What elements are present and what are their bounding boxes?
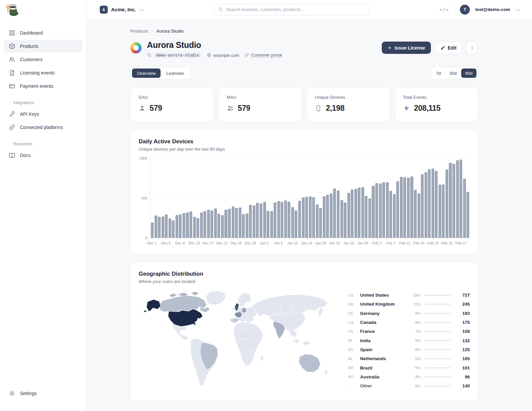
bar bbox=[281, 202, 283, 238]
sidebar-item-label: Dashboard bbox=[20, 30, 43, 36]
bar bbox=[316, 205, 319, 238]
avatar[interactable]: T bbox=[460, 5, 470, 15]
org-switcher[interactable]: A Acme, Inc. bbox=[100, 6, 143, 14]
stat-value: 208,115 bbox=[414, 104, 441, 113]
geo-title: Geographic Distribution bbox=[139, 271, 470, 277]
country-value: 105 bbox=[454, 356, 470, 361]
search-input[interactable] bbox=[226, 7, 364, 12]
bar bbox=[456, 160, 459, 238]
product-header: Aurora Studio demo-aurora-studio example… bbox=[130, 40, 478, 58]
page-content: Products › Aurora Studio Aurora Studio d… bbox=[86, 19, 532, 411]
country-name: United States bbox=[360, 293, 404, 298]
country-progress-track bbox=[424, 304, 451, 305]
bar bbox=[253, 206, 255, 238]
country-row: BR Brazil 5% 101 bbox=[348, 363, 470, 372]
sidebar-item-payment-events[interactable]: Payment events bbox=[4, 80, 82, 92]
sidebar-item-api-keys[interactable]: API Keys bbox=[4, 108, 82, 120]
bar bbox=[460, 160, 462, 238]
sidebar-item-label: Docs bbox=[20, 153, 31, 158]
stats-row: DAU 579 MAU 579 Unique bbox=[130, 87, 478, 122]
range-selector: 7d 30d 90d bbox=[430, 67, 478, 79]
y-tick-0: 0 bbox=[145, 236, 147, 240]
topbar-divider bbox=[454, 6, 455, 14]
breadcrumb-current: Aurora Studio bbox=[156, 29, 184, 34]
country-value: 193 bbox=[454, 311, 470, 316]
range-7d[interactable]: 7d bbox=[432, 68, 445, 78]
chevron-down-icon[interactable] bbox=[515, 6, 520, 11]
product-website-link[interactable]: example.com bbox=[207, 53, 239, 58]
stat-label: Unique Devices bbox=[315, 95, 382, 100]
sidebar-item-docs[interactable]: Docs bbox=[4, 149, 82, 162]
file-text-icon bbox=[9, 69, 15, 76]
bar bbox=[435, 171, 438, 238]
edit-button[interactable]: Edit bbox=[435, 42, 462, 54]
bar bbox=[217, 214, 220, 238]
sidebar-item-products[interactable]: Products bbox=[4, 40, 82, 53]
country-row: US United States 33% 727 bbox=[348, 291, 470, 300]
country-progress-track bbox=[424, 376, 451, 377]
bar-chart: 1000 500 0 bbox=[139, 158, 470, 238]
country-value: 96 bbox=[454, 374, 470, 379]
bar bbox=[224, 210, 227, 238]
geo-subtitle: Where your users are located bbox=[139, 279, 470, 284]
app-window: Dashboard Products Customers Licensing e… bbox=[0, 0, 532, 411]
bar bbox=[165, 214, 168, 238]
world-map bbox=[139, 290, 335, 390]
search-box[interactable] bbox=[214, 4, 368, 15]
bar bbox=[295, 210, 297, 238]
country-code: BR bbox=[348, 366, 357, 370]
bar bbox=[432, 169, 434, 238]
bar bbox=[466, 192, 469, 238]
country-progress-track bbox=[424, 313, 451, 314]
country-percent: 7% bbox=[407, 330, 421, 334]
customer-portal-link[interactable]: Customer portal bbox=[244, 53, 282, 58]
bar bbox=[375, 183, 378, 238]
bar bbox=[354, 189, 357, 238]
bar bbox=[207, 210, 210, 238]
range-90d[interactable]: 90d bbox=[461, 68, 476, 78]
country-name: France bbox=[360, 329, 404, 334]
smartphone-icon bbox=[315, 105, 322, 112]
chart-title: Daily Active Devices bbox=[139, 138, 470, 145]
country-code: FR bbox=[348, 330, 357, 334]
bar bbox=[414, 190, 417, 238]
bar bbox=[179, 214, 182, 238]
sidebar-item-settings[interactable]: Settings bbox=[4, 387, 82, 400]
topbar-right: </> T test@demo.com bbox=[440, 5, 519, 15]
range-30d[interactable]: 30d bbox=[446, 68, 461, 78]
bar bbox=[337, 191, 339, 238]
bar bbox=[291, 207, 294, 238]
chart-xlabels: Dec 1Dec 5Dec 9Dec 13Dec 17Dec 21Dec 25D… bbox=[150, 238, 470, 247]
stat-value: 579 bbox=[150, 104, 162, 113]
daily-active-devices-card: Daily Active Devices Unique devices per … bbox=[130, 129, 478, 254]
sidebar-item-licensing-events[interactable]: Licensing events bbox=[4, 67, 82, 79]
issue-license-button[interactable]: Issue License bbox=[382, 42, 431, 54]
bar bbox=[368, 199, 371, 238]
sidebar-item-label: API Keys bbox=[20, 111, 39, 117]
bar bbox=[263, 202, 266, 238]
sidebar-item-dashboard[interactable]: Dashboard bbox=[4, 27, 82, 39]
sidebar-item-customers[interactable]: Customers bbox=[4, 53, 82, 66]
product-slug[interactable]: demo-aurora-studio bbox=[147, 52, 201, 58]
country-name: Canada bbox=[360, 320, 404, 325]
country-code: NL bbox=[348, 357, 357, 361]
country-row: AU Australia 4% 96 bbox=[348, 372, 470, 381]
bar bbox=[270, 211, 273, 238]
brand-logo[interactable] bbox=[0, 0, 86, 22]
breadcrumb-products[interactable]: Products bbox=[130, 29, 148, 34]
page-title: Aurora Studio bbox=[147, 40, 282, 50]
sidebar-item-connected-platforms[interactable]: Connected platforms bbox=[4, 121, 82, 134]
tab-licenses[interactable]: Licenses bbox=[161, 68, 189, 78]
slug-chip[interactable]: demo-aurora-studio bbox=[154, 52, 201, 58]
world-map-svg bbox=[139, 290, 335, 388]
more-options-button[interactable] bbox=[466, 42, 478, 54]
country-progress-track bbox=[424, 349, 451, 350]
bar bbox=[333, 189, 336, 238]
bar bbox=[396, 181, 399, 238]
tab-overview[interactable]: Overview bbox=[132, 68, 161, 78]
sidebar-item-label: Payment events bbox=[20, 83, 53, 89]
developer-code-icon[interactable]: </> bbox=[440, 7, 449, 12]
key-icon bbox=[9, 111, 15, 117]
country-code: DE bbox=[348, 311, 357, 315]
bar bbox=[379, 184, 382, 238]
